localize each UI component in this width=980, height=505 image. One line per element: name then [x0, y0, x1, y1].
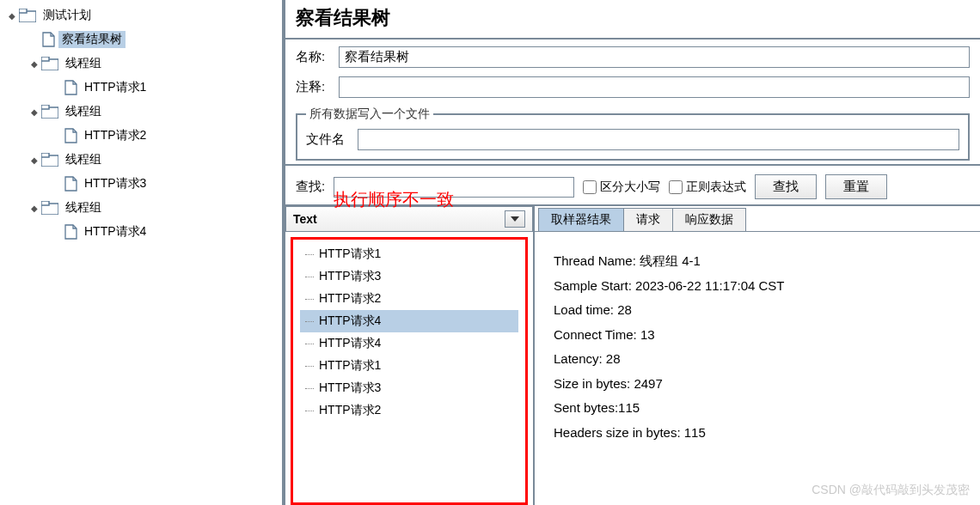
detail-line: Thread Name: 线程组 4-1	[554, 249, 961, 274]
folder-icon	[41, 201, 58, 215]
detail-line: Load time: 28	[554, 298, 961, 323]
name-input[interactable]	[339, 46, 970, 68]
result-item[interactable]: HTTP请求3	[300, 377, 518, 399]
expand-icon[interactable]: ◆	[29, 58, 40, 69]
tree-leaf-label: HTTP请求3	[81, 175, 150, 192]
tree-item-results[interactable]: 察看结果树	[7, 27, 282, 52]
svg-rect-9	[41, 201, 49, 205]
file-icon	[41, 32, 55, 47]
detail-line: Sent bytes:115	[554, 396, 961, 421]
dropdown-label: Text	[293, 212, 317, 226]
folder-icon	[41, 153, 58, 167]
detail-body: Thread Name: 线程组 4-1 Sample Start: 2023-…	[535, 232, 980, 462]
expand-icon[interactable]: ◆	[29, 106, 40, 117]
svg-rect-7	[41, 153, 49, 157]
case-checkbox[interactable]	[583, 180, 597, 194]
regex-label: 正则表达式	[686, 179, 746, 195]
tree-group[interactable]: ◆ 线程组	[7, 148, 282, 172]
page-title: 察看结果树	[296, 5, 970, 31]
result-item[interactable]: HTTP请求2	[300, 288, 518, 310]
result-item[interactable]: HTTP请求1	[300, 243, 518, 265]
tree-group-label: 线程组	[62, 103, 105, 120]
tree-leaf-label: HTTP请求2	[81, 127, 150, 144]
file-icon	[64, 224, 77, 240]
tree-leaf[interactable]: HTTP请求3	[7, 172, 282, 196]
result-item[interactable]: HTTP请求4	[300, 310, 518, 332]
file-icon	[64, 80, 77, 95]
case-label: 区分大小写	[600, 179, 660, 195]
case-checkbox-wrap[interactable]: 区分大小写	[583, 179, 660, 195]
comment-input[interactable]	[339, 76, 970, 98]
svg-rect-5	[41, 105, 49, 109]
result-item[interactable]: HTTP请求3	[300, 265, 518, 288]
tab-sampler[interactable]: 取样器结果	[538, 208, 624, 231]
tree-group[interactable]: ◆ 线程组	[7, 196, 282, 220]
file-icon	[64, 176, 77, 192]
search-label: 查找:	[296, 179, 325, 195]
file-legend: 所有数据写入一个文件	[306, 106, 433, 122]
expand-icon[interactable]: ◆	[29, 203, 40, 213]
reset-button[interactable]: 重置	[825, 174, 887, 199]
tab-response[interactable]: 响应数据	[672, 208, 746, 231]
result-list: HTTP请求1 HTTP请求3 HTTP请求2 HTTP请求4 HTTP请求4 …	[291, 237, 528, 505]
expand-icon[interactable]: ◆	[7, 10, 17, 21]
expand-icon[interactable]: ◆	[29, 155, 40, 165]
tree-leaf[interactable]: HTTP请求4	[7, 220, 282, 244]
regex-checkbox[interactable]	[669, 180, 683, 194]
comment-label: 注释:	[296, 79, 339, 95]
detail-line: Headers size in bytes: 115	[554, 421, 961, 446]
detail-line: Size in bytes: 2497	[554, 372, 961, 397]
detail-line: Sample Start: 2023-06-22 11:17:04 CST	[554, 274, 961, 299]
detail-line: Connect Time: 13	[554, 323, 961, 348]
folder-icon	[41, 57, 58, 70]
tree-root-label: 测试计划	[40, 7, 95, 24]
detail-line: Latency: 28	[554, 347, 961, 372]
filename-label: 文件名	[306, 131, 358, 148]
tree-group-label: 线程组	[62, 199, 105, 216]
tab-request[interactable]: 请求	[623, 208, 673, 231]
regex-checkbox-wrap[interactable]: 正则表达式	[669, 179, 746, 195]
result-item[interactable]: HTTP请求2	[300, 399, 518, 422]
watermark: CSDN @敲代码敲到头发茂密	[812, 483, 970, 498]
svg-rect-3	[41, 57, 49, 61]
find-button[interactable]: 查找	[755, 174, 817, 199]
tree-leaf[interactable]: HTTP请求1	[7, 76, 282, 100]
tree-leaf-label: HTTP请求1	[81, 79, 150, 96]
tree-panel: ◆ 测试计划 察看结果树 ◆ 线程组 HTTP请求1 ◆	[0, 0, 284, 505]
tree-leaf[interactable]: HTTP请求2	[7, 124, 282, 148]
tree-group[interactable]: ◆ 线程组	[7, 52, 282, 76]
filename-input[interactable]	[358, 129, 959, 150]
result-item[interactable]: HTTP请求4	[300, 332, 518, 355]
folder-icon	[41, 105, 58, 119]
annotation-text: 执行顺序不一致	[334, 188, 454, 211]
tree-group[interactable]: ◆ 线程组	[7, 100, 282, 124]
tree-leaf-label: HTTP请求4	[81, 223, 150, 240]
tree-group-label: 线程组	[62, 151, 105, 168]
file-icon	[64, 128, 77, 143]
chevron-down-icon[interactable]	[505, 210, 525, 228]
folder-icon	[19, 9, 36, 22]
main-panel: 察看结果树 名称: 注释: 所有数据写入一个文件 文件名 查找: 区分大小写 正…	[284, 0, 980, 505]
svg-rect-1	[19, 9, 27, 13]
tree-item-label: 察看结果树	[58, 31, 126, 48]
result-item[interactable]: HTTP请求1	[300, 355, 518, 377]
tree-group-label: 线程组	[62, 55, 105, 72]
tree-root[interactable]: ◆ 测试计划	[7, 3, 282, 27]
name-label: 名称:	[296, 49, 339, 65]
